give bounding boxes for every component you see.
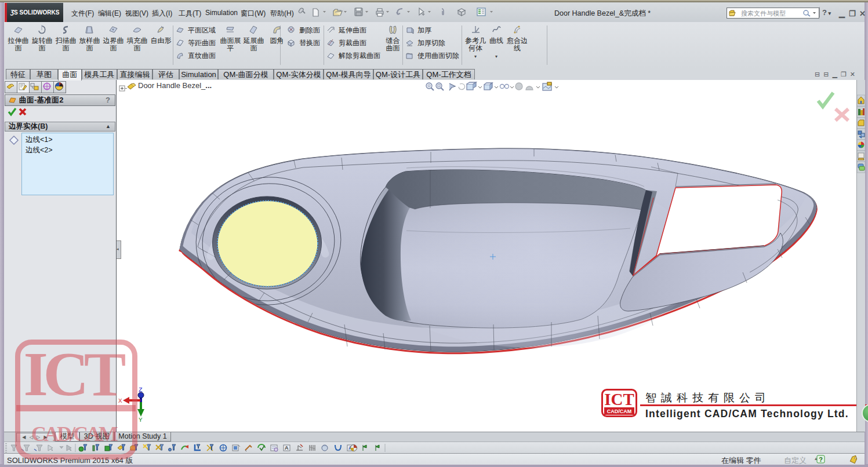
svg-text:?: ? [819,456,823,463]
svg-text:CAD/CAM: CAD/CAM [607,408,632,414]
svg-text:X: X [118,397,122,404]
svg-text:Y: Y [139,417,143,424]
svg-text:ICT: ICT [604,390,634,408]
svg-text:A: A [285,445,289,451]
